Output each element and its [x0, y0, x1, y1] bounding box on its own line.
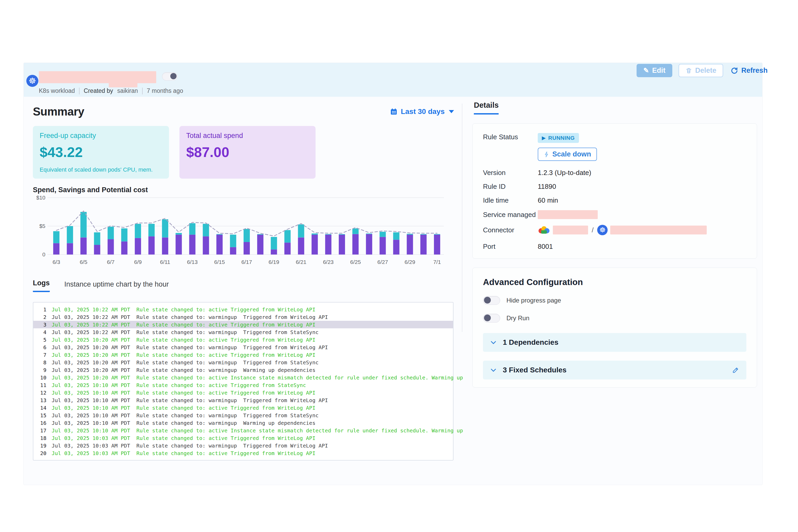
- rule-id-value: 11890: [538, 183, 556, 191]
- log-row[interactable]: 18Jul 03, 2025 10:03 AM PDT Rule state c…: [33, 434, 453, 442]
- log-row[interactable]: 3Jul 03, 2025 10:22 AM PDT Rule state ch…: [33, 321, 453, 328]
- log-row[interactable]: 10Jul 03, 2025 10:20 AM PDT Rule state c…: [33, 374, 453, 381]
- log-row[interactable]: 19Jul 03, 2025 10:03 AM PDT Rule state c…: [33, 442, 453, 449]
- log-row[interactable]: 20Jul 03, 2025 10:03 AM PDT Rule state c…: [33, 449, 453, 457]
- tab-logs[interactable]: Logs: [33, 279, 50, 292]
- log-row[interactable]: 15Jul 03, 2025 10:10 AM PDT Rule state c…: [33, 412, 453, 419]
- x-axis-tick: 6/9: [134, 259, 141, 265]
- status-badge: ▶ RUNNING: [538, 133, 579, 143]
- log-line-number: 9: [33, 367, 46, 373]
- bar-savings: [312, 233, 318, 234]
- card-label: Freed-up capacity: [40, 132, 162, 140]
- log-row[interactable]: 14Jul 03, 2025 10:10 AM PDT Rule state c…: [33, 404, 453, 412]
- chevron-down-icon: [490, 339, 497, 346]
- log-line-number: 13: [33, 397, 46, 403]
- bar-spend: [108, 239, 114, 254]
- log-row[interactable]: 12Jul 03, 2025 10:10 AM PDT Rule state c…: [33, 389, 453, 396]
- google-cloud-icon: [538, 225, 550, 235]
- log-row[interactable]: 1Jul 03, 2025 10:22 AM PDT Rule state ch…: [33, 306, 453, 313]
- log-message: Jul 03, 2025 10:22 AM PDT Rule state cha…: [52, 306, 315, 313]
- bar-spend: [67, 243, 73, 254]
- log-line-number: 3: [33, 322, 46, 328]
- x-axis-tick: 6/23: [323, 259, 334, 265]
- scale-down-label: Scale down: [552, 150, 591, 158]
- trash-icon: [685, 67, 692, 74]
- log-line-number: 7: [33, 352, 46, 358]
- tab-uptime-label: Instance uptime chart by the hour: [64, 280, 169, 288]
- header-actions: ✎ Edit Delete Refresh: [636, 64, 768, 77]
- redacted-connector-project: [553, 226, 588, 234]
- log-message: Jul 03, 2025 10:20 AM PDT Rule state cha…: [52, 375, 463, 381]
- rule-id-label: Rule ID: [483, 183, 538, 191]
- bar-savings: [148, 224, 155, 236]
- hide-progress-page-toggle[interactable]: [483, 296, 500, 305]
- log-row[interactable]: 6Jul 03, 2025 10:20 AM PDT Rule state ch…: [33, 343, 453, 351]
- bar-savings: [108, 227, 114, 239]
- edit-button[interactable]: ✎ Edit: [636, 64, 672, 77]
- bar-spend: [379, 237, 386, 254]
- bar-spend: [135, 238, 141, 254]
- delete-button-label: Delete: [695, 66, 716, 75]
- log-row[interactable]: 5Jul 03, 2025 10:20 AM PDT Rule state ch…: [33, 336, 453, 343]
- card-value: $87.00: [186, 144, 309, 160]
- bar-spend: [393, 240, 400, 254]
- x-axis-tick: 6/21: [296, 259, 306, 265]
- refresh-button-label: Refresh: [741, 66, 768, 75]
- dependencies-label: 1 Dependencies: [503, 338, 740, 347]
- workload-enabled-toggle[interactable]: [162, 72, 177, 81]
- x-axis-tick: 6/13: [187, 259, 198, 265]
- delete-button[interactable]: Delete: [679, 64, 723, 77]
- tab-details-label: Details: [474, 101, 499, 109]
- log-line-number: 8: [33, 359, 46, 366]
- tab-uptime-chart[interactable]: Instance uptime chart by the hour: [64, 280, 169, 292]
- refresh-button[interactable]: Refresh: [729, 64, 769, 77]
- tab-logs-label: Logs: [33, 279, 50, 287]
- log-row[interactable]: 17Jul 03, 2025 10:10 AM PDT Rule state c…: [33, 426, 453, 434]
- log-row[interactable]: 2Jul 03, 2025 10:22 AM PDT Rule state ch…: [33, 313, 453, 321]
- log-row[interactable]: 11Jul 03, 2025 10:10 AM PDT Rule state c…: [33, 381, 453, 389]
- toggle-knob: [170, 73, 176, 79]
- x-axis-tick: 6/17: [242, 259, 252, 265]
- pencil-icon: ✎: [643, 66, 649, 75]
- workload-panel: ☸ K8s workload Created by saikiran 7 mon…: [23, 62, 762, 485]
- log-row[interactable]: 16Jul 03, 2025 10:10 AM PDT Rule state c…: [33, 419, 453, 426]
- bar-spend: [53, 243, 59, 254]
- log-message: Jul 03, 2025 10:20 AM PDT Rule state cha…: [52, 359, 319, 366]
- log-line-number: 14: [33, 405, 46, 411]
- edit-pencil-icon[interactable]: [732, 366, 740, 374]
- fixed-schedules-section[interactable]: 3 Fixed Schedules: [483, 361, 746, 379]
- bar-spend: [121, 242, 128, 254]
- connector-separator: /: [592, 226, 593, 234]
- log-message: Jul 03, 2025 10:22 AM PDT Rule state cha…: [52, 322, 315, 328]
- log-line-number: 2: [33, 314, 46, 320]
- log-line-number: 1: [33, 306, 46, 313]
- log-viewer[interactable]: 1Jul 03, 2025 10:22 AM PDT Rule state ch…: [33, 302, 454, 460]
- bar-spend: [420, 235, 426, 254]
- tab-details[interactable]: Details: [474, 101, 499, 114]
- scale-down-button[interactable]: Scale down: [538, 148, 597, 161]
- idle-time-label: Idle time: [483, 196, 538, 205]
- log-row[interactable]: 13Jul 03, 2025 10:10 AM PDT Rule state c…: [33, 396, 453, 404]
- chevron-down-icon: [449, 110, 454, 113]
- summary-cards: Freed-up capacity $43.22 Equivalent of s…: [33, 126, 462, 179]
- bar-spend: [244, 242, 250, 254]
- toggle-knob: [484, 297, 491, 304]
- bar-spend: [298, 238, 304, 254]
- log-line-number: 15: [33, 412, 46, 419]
- log-row[interactable]: 8Jul 03, 2025 10:20 AM PDT Rule state ch…: [33, 359, 453, 366]
- dry-run-toggle[interactable]: [483, 314, 500, 323]
- log-row[interactable]: 7Jul 03, 2025 10:20 AM PDT Rule state ch…: [33, 351, 453, 359]
- log-row[interactable]: 9Jul 03, 2025 10:20 AM PDT Rule state ch…: [33, 366, 453, 374]
- dependencies-section[interactable]: 1 Dependencies: [483, 333, 746, 352]
- left-tabs: Logs Instance uptime chart by the hour: [33, 279, 462, 292]
- log-rows: 1Jul 03, 2025 10:22 AM PDT Rule state ch…: [33, 306, 453, 457]
- dry-run-label: Dry Run: [507, 315, 529, 322]
- rule-status-label: Rule Status: [483, 133, 538, 141]
- edit-button-label: Edit: [652, 66, 666, 75]
- bar-spend: [189, 235, 195, 254]
- date-range-selector[interactable]: Last 30 days: [390, 108, 454, 116]
- bar-savings: [80, 212, 87, 238]
- bar-savings: [216, 234, 223, 235]
- bar-spend: [312, 235, 318, 254]
- log-row[interactable]: 4Jul 03, 2025 10:22 AM PDT Rule state ch…: [33, 328, 453, 336]
